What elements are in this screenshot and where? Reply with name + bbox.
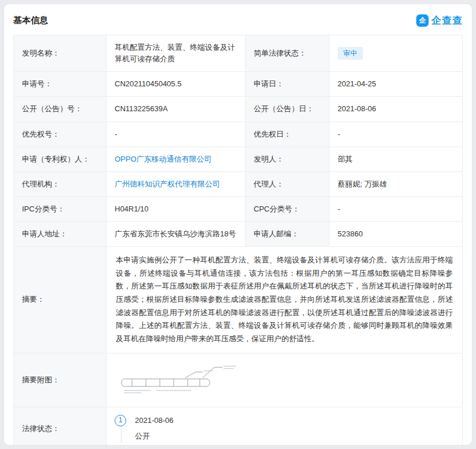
ipc-class-label: IPC分类号： xyxy=(14,196,107,221)
cpc-class-label: CPC分类号： xyxy=(246,196,329,221)
agency-label: 代理机构： xyxy=(14,171,107,196)
table-row: 申请号： CN202110450405.5 申请日： 2021-04-25 xyxy=(14,72,463,97)
legal-status-badge: 审中 xyxy=(338,47,363,60)
legal-status-cell: 1 2021-08-06 公开 xyxy=(107,407,463,446)
table-row: 申请人地址： 广东省东莞市长安镇乌沙海滨路18号 申请人邮编： 523860 xyxy=(14,222,463,247)
agent-value: 蔡丽妮; 万振雄 xyxy=(329,171,463,196)
table-row: 摘要： 本申请实施例公开了一种耳机配置方法、装置、终端设备及计算机可读存储介质。… xyxy=(14,247,463,353)
applicant-label: 申请（专利权）人： xyxy=(14,147,107,171)
agency-link[interactable]: 广州德科知识产权代理有限公司 xyxy=(115,180,220,188)
invention-name-label: 发明名称： xyxy=(14,35,107,72)
abstract-figure-image xyxy=(116,360,240,400)
abstract-label: 摘要： xyxy=(14,247,107,353)
publication-number-value: CN113225639A xyxy=(107,97,246,122)
table-row: 代理机构： 广州德科知识产权代理有限公司 代理人： 蔡丽妮; 万振雄 xyxy=(14,171,463,196)
ipc-class-value: H04R1/10 xyxy=(107,196,246,221)
cpc-class-value: - xyxy=(329,196,463,221)
abstract-figure-label: 摘要附图： xyxy=(14,353,107,407)
page-title: 基本信息 xyxy=(13,15,48,26)
legal-status-timeline: 1 2021-08-06 公开 xyxy=(115,414,454,444)
table-row: 法律状态： 1 2021-08-06 公开 xyxy=(14,407,463,446)
priority-number-value: - xyxy=(107,122,246,147)
table-row: 发明名称： 耳机配置方法、装置、终端设备及计算机可读存储介质 简单法律状态： 审… xyxy=(14,35,463,72)
patent-basic-info-page: 基本信息 企 企查查 发明名称： 耳机配置方法、装置、终端设备及计算机可读存储介… xyxy=(0,0,476,449)
agent-label: 代理人： xyxy=(246,171,329,196)
table-row: 公开（公告）号： CN113225639A 公开（公告）日： 2021-08-0… xyxy=(14,97,463,122)
legal-status-label: 法律状态： xyxy=(14,407,107,446)
publication-date-label: 公开（公告）日： xyxy=(246,97,329,122)
application-date-value: 2021-04-25 xyxy=(329,72,463,97)
priority-number-label: 优先权号： xyxy=(14,122,107,147)
timeline-connector-line xyxy=(121,429,122,443)
abstract-text: 本申请实施例公开了一种耳机配置方法、装置、终端设备及计算机可读存储介质。该方法应… xyxy=(107,247,463,353)
priority-date-label: 优先权日： xyxy=(246,122,329,147)
table-row: 优先权号： - 优先权日： - xyxy=(14,122,463,147)
simple-legal-status-cell: 审中 xyxy=(329,35,463,72)
application-number-label: 申请号： xyxy=(14,72,107,97)
publication-date-value: 2021-08-06 xyxy=(329,97,463,122)
abstract-figure-cell xyxy=(107,353,463,407)
qichacha-logo-icon: 企 xyxy=(416,14,429,27)
table-row: 摘要附图： xyxy=(14,353,463,407)
simple-legal-status-label: 简单法律状态： xyxy=(246,35,329,72)
table-row: 申请（专利权）人： OPPO广东移动通信有限公司 发明人： 邵其 xyxy=(14,147,463,171)
applicant-address-label: 申请人地址： xyxy=(14,222,107,247)
table-row: IPC分类号： H04R1/10 CPC分类号： - xyxy=(14,196,463,221)
application-date-label: 申请日： xyxy=(246,72,329,97)
applicant-cell: OPPO广东移动通信有限公司 xyxy=(107,147,246,171)
applicant-zipcode-label: 申请人邮编： xyxy=(246,222,329,247)
applicant-zipcode-value: 523860 xyxy=(329,222,463,247)
agency-cell: 广州德科知识产权代理有限公司 xyxy=(107,171,246,196)
applicant-address-value: 广东省东莞市长安镇乌沙海滨路18号 xyxy=(107,222,246,247)
timeline-date: 2021-08-06 xyxy=(135,415,454,426)
basic-info-card: 基本信息 企 企查查 发明名称： 耳机配置方法、装置、终端设备及计算机可读存储介… xyxy=(3,3,473,446)
timeline-step-circle: 1 xyxy=(115,415,126,426)
applicant-link[interactable]: OPPO广东移动通信有限公司 xyxy=(115,155,212,163)
publication-number-label: 公开（公告）号： xyxy=(14,97,107,122)
invention-name-value: 耳机配置方法、装置、终端设备及计算机可读存储介质 xyxy=(107,35,246,72)
qichacha-logo-text: 企查查 xyxy=(431,14,463,27)
basic-info-table: 发明名称： 耳机配置方法、装置、终端设备及计算机可读存储介质 简单法律状态： 审… xyxy=(13,35,463,446)
inventor-value: 邵其 xyxy=(329,147,463,171)
timeline-status: 公开 xyxy=(135,430,454,443)
priority-date-value: - xyxy=(329,122,463,147)
card-header: 基本信息 企 企查查 xyxy=(13,4,463,35)
application-number-value: CN202110450405.5 xyxy=(107,72,246,97)
inventor-label: 发明人： xyxy=(246,147,329,171)
qichacha-logo[interactable]: 企 企查查 xyxy=(416,14,463,27)
